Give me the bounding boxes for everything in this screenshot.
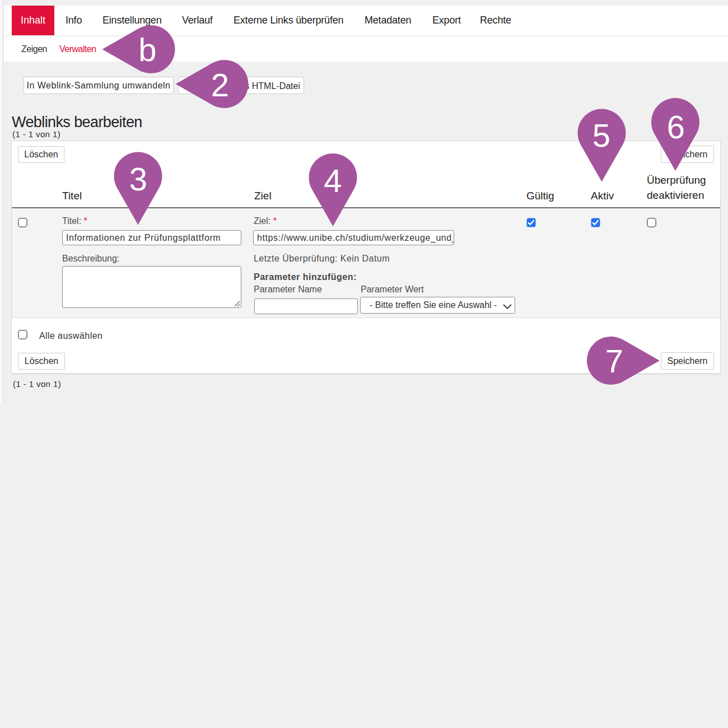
svg-text:6: 6 [667,109,685,145]
